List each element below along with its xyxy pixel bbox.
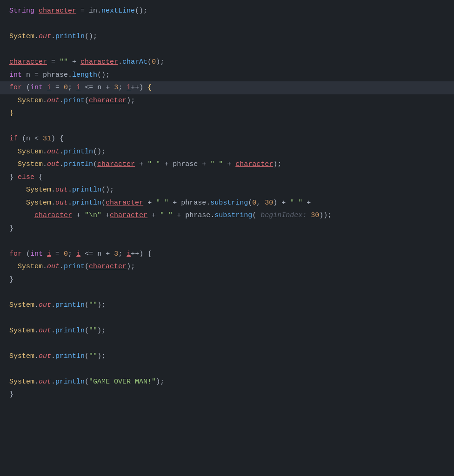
num-30b: 30 [311, 212, 319, 219]
keyword-system6: System [26, 199, 51, 207]
method-charat: charAt [122, 58, 147, 66]
code-line-highlighted: for (int i = 0; i <= n + 3; i++) { [0, 81, 454, 94]
code-line: System.out.println(character + " " + phr… [0, 197, 454, 210]
var-out10: out [39, 352, 51, 360]
var-character4: character [97, 160, 135, 168]
method-println7: println [55, 327, 85, 335]
code-line: System.out.println(""); [0, 350, 454, 363]
keyword-system10: System [9, 352, 34, 360]
num-0d: 0 [64, 250, 68, 258]
var-out2: out [47, 97, 60, 105]
code-line: } [0, 107, 454, 120]
keyword-system5: System [26, 186, 51, 194]
method-println: println [55, 33, 85, 40]
keyword-system3: System [18, 148, 43, 156]
code-line-empty [0, 43, 454, 56]
code-line: System.out.println(); [0, 184, 454, 197]
code-line: } [0, 222, 454, 235]
code-line-empty [0, 311, 454, 324]
keyword-int: int [9, 71, 22, 79]
str-gameover: "GAME OVER MAN!" [89, 378, 156, 386]
code-line: System.out.println(""); [0, 324, 454, 337]
str-space1: " " [147, 160, 160, 168]
code-line-empty [0, 286, 454, 299]
num-30a: 30 [265, 199, 273, 207]
method-println3: println [64, 160, 93, 168]
brace-close1: } [9, 109, 13, 117]
code-line-empty [0, 337, 454, 350]
var-character2: character [80, 58, 118, 66]
code-line: System.out.print(character); [0, 94, 454, 107]
str-empty2: "" [89, 301, 97, 309]
method-nextline: nextLine [101, 7, 135, 15]
var-character8: character [110, 212, 147, 219]
num-0b: 0 [64, 84, 68, 92]
num-3b: 3 [114, 250, 118, 258]
code-line: character = "" + character.charAt(0); [0, 56, 454, 69]
var-out6: out [55, 199, 68, 207]
num-31: 31 [43, 135, 51, 143]
str-space5: " " [160, 212, 173, 219]
var-i2: i [76, 84, 80, 92]
keyword-system2: System [18, 97, 43, 105]
code-line: int n = phrase.length(); [0, 69, 454, 82]
hint-beginindex: beginIndex: [260, 212, 307, 219]
code-line: } else { [0, 171, 454, 184]
var-out: out [39, 33, 51, 40]
brace-open: { [147, 84, 152, 92]
keyword-else: else [18, 173, 34, 181]
method-substring1: substring [210, 199, 248, 207]
var-out3: out [47, 148, 60, 156]
var-character7: character [34, 212, 72, 219]
str-newline: "\n" [85, 212, 101, 219]
var-character6: character [106, 199, 143, 207]
method-println8: println [55, 352, 85, 360]
code-editor: String character = in.nextLine(); System… [0, 0, 454, 406]
method-length: length [72, 71, 97, 79]
code-line: String character = in.nextLine(); [0, 5, 454, 18]
str-space3: " " [156, 199, 168, 207]
code-line: System.out.println(""); [0, 299, 454, 312]
num-0: 0 [152, 58, 156, 66]
code-line: } [0, 273, 454, 286]
keyword-for2: for [9, 250, 22, 258]
var-out4: out [47, 160, 60, 168]
var-i: i [47, 84, 51, 92]
code-line-empty [0, 235, 454, 248]
keyword-for: for [9, 84, 22, 92]
str-empty3: "" [89, 327, 97, 335]
code-line: System.out.print(character); [0, 260, 454, 273]
code-line: System.out.println(); [0, 30, 454, 43]
method-substring2: substring [214, 212, 252, 219]
var-i5: i [76, 250, 80, 258]
keyword-int3: int [30, 250, 43, 258]
var-character: character [9, 58, 47, 66]
code-line-empty [0, 120, 454, 133]
str-empty4: "" [89, 352, 97, 360]
keyword-system7: System [18, 263, 43, 271]
code-line: if (n < 31) { [0, 132, 454, 145]
var-character3: character [89, 97, 127, 105]
code-line: for (int i = 0; i <= n + 3; i++) { [0, 248, 454, 261]
keyword-system8: System [9, 301, 34, 309]
code-line: System.out.println("GAME OVER MAN!"); [0, 376, 454, 389]
method-println5: println [72, 199, 101, 207]
var-i4: i [47, 250, 51, 258]
method-println9: println [55, 378, 85, 386]
str-space4: " " [290, 199, 302, 207]
keyword-if: if [9, 135, 18, 143]
keyword-string: String [9, 7, 34, 15]
var-character5: character [235, 160, 273, 168]
num-3: 3 [114, 84, 118, 92]
str-space2: " " [210, 160, 223, 168]
method-println6: println [55, 301, 85, 309]
method-print2: print [64, 263, 85, 271]
code-line-empty [0, 363, 454, 376]
keyword-system9: System [9, 327, 34, 335]
code-line-empty [0, 18, 454, 31]
method-println2: println [64, 148, 93, 156]
method-print: print [64, 97, 85, 105]
keyword-system4: System [18, 160, 43, 168]
var-out11: out [39, 378, 51, 386]
keyword-system: System [9, 33, 34, 40]
